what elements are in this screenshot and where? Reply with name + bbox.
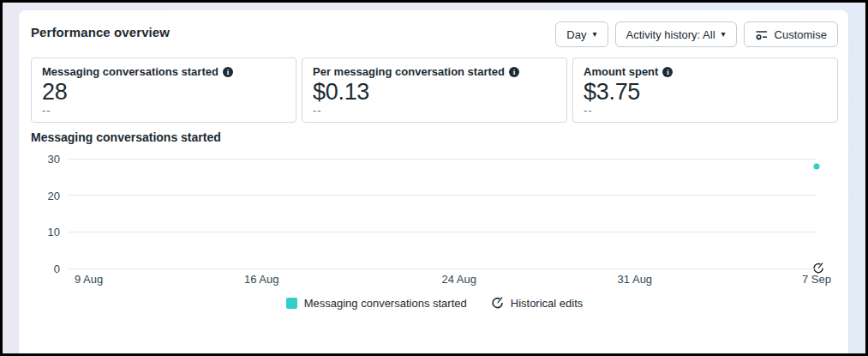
day-dropdown[interactable]: Day ▾ (555, 21, 608, 47)
metric-label: Messaging conversations started i (42, 65, 285, 78)
legend-item-messaging-conversations: Messaging conversations started (286, 297, 467, 310)
legend-label: Messaging conversations started (304, 297, 467, 310)
x-axis: 9 Aug16 Aug24 Aug31 Aug7 Sep (69, 271, 817, 287)
chevron-down-icon: ▾ (592, 30, 596, 39)
metric-card-amount-spent: Amount spent i $3.75 -- (572, 57, 838, 123)
metric-secondary-value: -- (42, 105, 285, 117)
x-axis-tick-label: 31 Aug (618, 273, 653, 286)
y-axis-tick-label: 30 (34, 153, 60, 166)
gridline (69, 269, 817, 269)
metric-cards-row: Messaging conversations started i 28 -- … (31, 57, 838, 123)
x-axis-tick-label: 16 Aug (244, 273, 279, 286)
y-axis-tick-label: 20 (34, 189, 60, 202)
page-title: Performance overview (31, 21, 170, 39)
customise-button[interactable]: Customise (744, 21, 838, 47)
metric-value: $0.13 (313, 79, 556, 105)
day-dropdown-label: Day (566, 28, 586, 41)
metric-card-messaging-conversations: Messaging conversations started i 28 -- (31, 57, 296, 123)
metric-secondary-value: -- (584, 105, 827, 117)
gridline (69, 195, 817, 196)
activity-history-dropdown[interactable]: Activity history: All ▾ (615, 21, 737, 47)
y-axis-tick-label: 10 (34, 226, 60, 238)
performance-overview-panel: Performance overview Day ▾ Activity hist… (19, 10, 848, 353)
customise-label: Customise (775, 28, 827, 41)
metric-label-text: Per messaging conversation started (313, 65, 505, 78)
x-axis-tick-label: 9 Aug (75, 273, 103, 286)
info-icon[interactable]: i (509, 67, 519, 77)
screenshot-frame: Performance overview Day ▾ Activity hist… (0, 0, 868, 356)
panel-header: Performance overview Day ▾ Activity hist… (31, 21, 838, 47)
metric-value: 28 (42, 79, 285, 105)
plot-area: 0102030 (69, 159, 817, 269)
chevron-down-icon: ▾ (721, 30, 726, 39)
chart-title: Messaging conversations started (31, 130, 838, 144)
activity-history-label: Activity history: All (626, 28, 715, 41)
info-icon[interactable]: i (223, 67, 233, 77)
metric-label-text: Messaging conversations started (42, 65, 218, 78)
info-icon[interactable]: i (662, 67, 673, 77)
gridline (69, 159, 817, 160)
data-point[interactable] (814, 163, 820, 169)
x-axis-tick-label: 24 Aug (441, 273, 476, 286)
y-axis-tick-label: 0 (34, 262, 60, 275)
historical-edits-icon (491, 297, 504, 310)
metric-value: $3.75 (584, 79, 827, 105)
legend-item-historical-edits: Historical edits (491, 297, 584, 310)
legend-label: Historical edits (511, 297, 584, 310)
metric-label-text: Amount spent (584, 65, 658, 78)
metric-secondary-value: -- (313, 105, 556, 117)
legend-color-swatch (286, 298, 297, 309)
metric-label: Per messaging conversation started i (313, 65, 556, 78)
chart-legend: Messaging conversations started Historic… (31, 297, 838, 310)
x-axis-tick-label: 7 Sep (802, 273, 831, 286)
gridline (69, 232, 817, 232)
header-controls: Day ▾ Activity history: All ▾ (555, 21, 838, 47)
metric-card-per-conversation: Per messaging conversation started i $0.… (302, 57, 567, 123)
metric-label: Amount spent i (584, 65, 827, 78)
customise-sliders-icon (755, 28, 769, 40)
